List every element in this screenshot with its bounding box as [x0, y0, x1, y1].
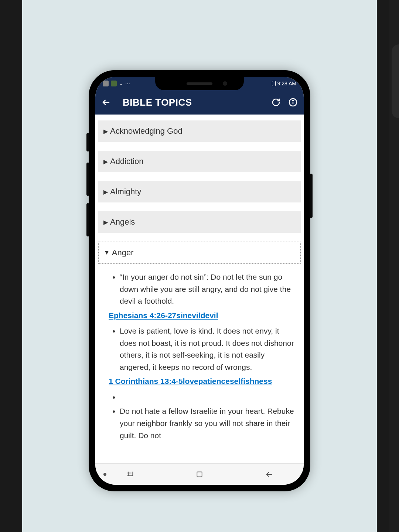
status-icon — [103, 81, 109, 86]
arrow-right-icon: ▶ — [103, 128, 108, 135]
phone-side-button — [310, 174, 313, 218]
phone-side-button — [86, 163, 89, 196]
verse-link[interactable]: 1 Corinthians 13:4-5lovepatienceselfishn… — [109, 375, 297, 388]
status-left-icons: ⌄ ⋯ — [103, 81, 130, 86]
arrow-right-icon: ▶ — [103, 219, 108, 226]
arrow-right-icon: ▶ — [103, 188, 108, 195]
topic-label: Almighty — [110, 187, 141, 197]
content-area[interactable]: ▶ Acknowledging God ▶ Addiction ▶ Almigh… — [95, 115, 304, 463]
svg-rect-4 — [197, 472, 202, 477]
refresh-button[interactable] — [271, 98, 281, 107]
arrow-right-icon: ▶ — [103, 158, 108, 165]
page-title: BIBLE TOPICS — [118, 97, 264, 108]
status-icon: ⌄ — [119, 81, 123, 86]
verse-text: Do not hate a fellow Israelite in your h… — [120, 405, 297, 441]
phone-notch — [155, 77, 244, 90]
info-button[interactable] — [288, 98, 298, 107]
phone-side-button — [86, 203, 89, 236]
verse-link[interactable]: Ephesians 4:26-27sinevildevil — [109, 310, 297, 322]
right-edge-curve — [392, 44, 399, 118]
topic-item-almighty[interactable]: ▶ Almighty — [98, 181, 301, 202]
topic-label: Addiction — [110, 157, 144, 166]
phone-side-button — [86, 133, 89, 151]
arrow-down-icon: ▼ — [104, 249, 110, 256]
topic-label: Anger — [112, 248, 134, 258]
nav-dot — [103, 473, 106, 476]
front-camera — [223, 81, 227, 86]
status-icon: ⋯ — [125, 81, 130, 86]
battery-icon — [272, 81, 276, 86]
topic-item-acknowledging-god[interactable]: ▶ Acknowledging God — [98, 120, 301, 142]
phone-frame: ⌄ ⋯ 9:28 AM BIBLE TOPICS ▶ Acknowl — [89, 70, 310, 491]
status-right: 9:28 AM — [272, 81, 296, 86]
topic-expanded-content: “In your anger do not sin”: Do not let t… — [98, 267, 301, 441]
nav-recent-button[interactable] — [125, 470, 135, 479]
system-nav-bar — [95, 463, 304, 485]
topic-label: Angels — [110, 217, 135, 227]
phone-screen: ⌄ ⋯ 9:28 AM BIBLE TOPICS ▶ Acknowl — [95, 77, 304, 485]
verse-text — [120, 391, 297, 403]
verse-text: Love is patient, love is kind. It does n… — [120, 325, 297, 373]
topic-item-addiction[interactable]: ▶ Addiction — [98, 151, 301, 172]
status-time: 9:28 AM — [277, 81, 296, 86]
topic-label: Acknowledging God — [110, 126, 183, 136]
back-button[interactable] — [101, 98, 111, 107]
topic-item-angels[interactable]: ▶ Angels — [98, 211, 301, 233]
status-icon — [111, 81, 117, 86]
verse-text: “In your anger do not sin”: Do not let t… — [120, 271, 297, 307]
svg-point-3 — [293, 100, 293, 101]
nav-back-button[interactable] — [264, 470, 274, 479]
nav-home-button[interactable] — [195, 470, 204, 479]
topic-item-anger[interactable]: ▼ Anger — [98, 242, 301, 264]
speaker — [187, 82, 212, 85]
app-bar: BIBLE TOPICS — [95, 90, 304, 115]
